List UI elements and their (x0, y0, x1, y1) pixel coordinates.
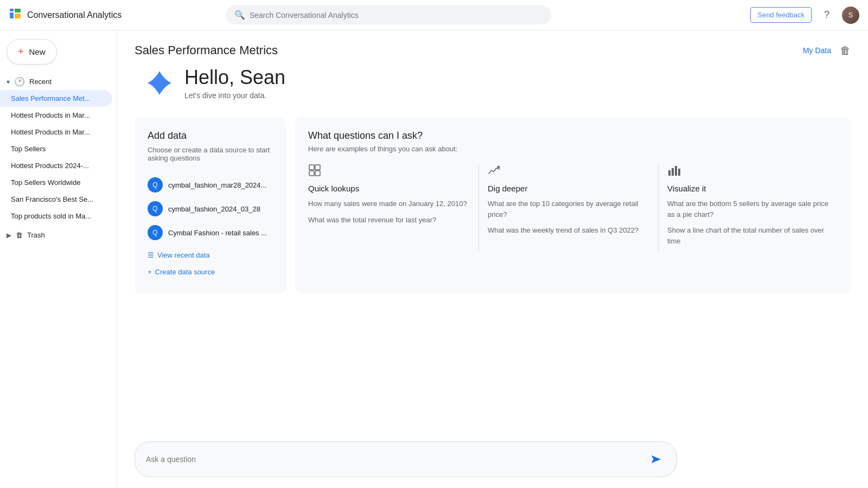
svg-rect-4 (309, 165, 314, 170)
recent-items-list: Sales Performance Met... Hottest Product… (0, 90, 117, 224)
top-navigation: Conversational Analytics 🔍 Send feedback… (0, 0, 868, 30)
trash-label: Trash (27, 231, 45, 239)
dig-deeper-example-1: What are the top 10 categories by averag… (488, 198, 649, 220)
question-column-visualize: Visualize it What are the bottom 5 selle… (658, 164, 838, 252)
greeting-heading: Hello, Sean (184, 66, 285, 89)
data-source-1[interactable]: Q cymbal_fashion_2024_03_28 (148, 197, 273, 221)
header-right: My Data 🗑 (803, 44, 851, 57)
help-button[interactable]: ? (818, 7, 835, 24)
data-source-name-0: cymbal_fashion_mar28_2024... (168, 181, 266, 189)
data-source-name-2: Cymbal Fashion - retail sales ... (168, 229, 267, 237)
svg-rect-7 (315, 171, 320, 176)
greeting-section: Hello, Sean Let's dive into your data. (135, 66, 851, 100)
sidebar-item-5[interactable]: Top Sellers Worldwide (0, 174, 112, 191)
svg-rect-3 (15, 14, 21, 18)
new-button[interactable]: + New (7, 39, 57, 65)
svg-rect-1 (10, 12, 14, 18)
view-recent-data-link[interactable]: ☰ View recent data (148, 247, 273, 264)
search-bar[interactable]: 🔍 (226, 5, 551, 24)
create-source-label: Create data source (155, 268, 215, 276)
user-avatar[interactable]: S (842, 7, 859, 24)
svg-rect-10 (672, 168, 674, 176)
svg-rect-5 (315, 165, 320, 170)
page-title: Sales Performance Metrics (135, 43, 278, 57)
content-header: Sales Performance Metrics My Data 🗑 (117, 30, 868, 66)
help-icon: ? (824, 9, 829, 21)
bottom-input-bar (117, 433, 868, 488)
sidebar-item-4[interactable]: Hottest Products 2024-... (0, 157, 112, 174)
dig-deeper-example-2: What was the weekly trend of sales in Q3… (488, 225, 649, 236)
questions-card: What questions can I ask? Here are examp… (295, 117, 851, 293)
data-source-icon-2: Q (148, 225, 163, 240)
search-icon: 🔍 (234, 10, 245, 20)
data-source-2[interactable]: Q Cymbal Fashion - retail sales ... (148, 221, 273, 245)
content-area: Sales Performance Metrics My Data 🗑 Hell… (117, 30, 868, 488)
greeting-subtitle: Let's dive into your data. (184, 91, 285, 100)
dig-deeper-icon (488, 164, 649, 179)
app-logo-icon (9, 7, 22, 23)
recent-section-label: Recent (29, 78, 52, 86)
recent-chevron-icon: ▾ (7, 78, 10, 86)
avatar-initials: S (848, 11, 853, 19)
app-logo: Conversational Analytics (9, 7, 122, 23)
svg-rect-2 (15, 9, 21, 12)
visualize-icon (667, 164, 829, 179)
sidebar-item-0[interactable]: Sales Performance Met... (0, 90, 112, 107)
app-name: Conversational Analytics (27, 10, 122, 20)
plus-icon: + (18, 46, 24, 57)
add-data-description: Choose or create a data source to start … (148, 146, 273, 162)
create-plus-icon: + (148, 268, 152, 276)
ask-input-wrapper (135, 441, 677, 477)
sidebar-item-2[interactable]: Hottest Products in Mar... (0, 124, 112, 140)
data-source-name-1: cymbal_fashion_2024_03_28 (168, 205, 260, 213)
sidebar-item-7[interactable]: Top products sold in Ma... (0, 208, 112, 224)
add-data-heading: Add data (148, 130, 273, 142)
svg-rect-9 (668, 170, 671, 176)
delete-icon[interactable]: 🗑 (840, 44, 851, 57)
ask-input[interactable] (146, 455, 640, 464)
questions-heading: What questions can I ask? (308, 130, 838, 142)
greeting-text: Hello, Sean Let's dive into your data. (184, 66, 285, 100)
quick-lookups-example-2: What was the total revenue for last year… (308, 215, 470, 226)
send-icon (650, 453, 662, 465)
svg-rect-6 (309, 171, 314, 176)
visualize-title: Visualize it (667, 184, 829, 193)
dig-deeper-title: Dig deeper (488, 184, 649, 193)
data-source-icon-1: Q (148, 201, 163, 216)
content-scroll: Hello, Sean Let's dive into your data. A… (117, 66, 868, 488)
create-data-source-link[interactable]: + Create data source (148, 264, 273, 280)
svg-rect-12 (678, 169, 680, 176)
my-data-link[interactable]: My Data (803, 46, 831, 55)
question-column-quick-lookups: Quick lookups How many sales were made o… (308, 164, 478, 252)
recent-section-header[interactable]: ▾ 🕐 Recent (0, 73, 117, 90)
send-feedback-button[interactable]: Send feedback (750, 7, 812, 23)
question-column-dig-deeper: Dig deeper What are the top 10 categorie… (478, 164, 658, 252)
trash-chevron-icon: ▶ (7, 232, 11, 239)
svg-rect-0 (10, 9, 14, 11)
quick-lookups-icon (308, 164, 470, 179)
svg-rect-11 (675, 166, 677, 176)
view-recent-label: View recent data (157, 251, 210, 259)
quick-lookups-example-1: How many sales were made on January 12, … (308, 198, 470, 209)
visualize-example-2: Show a line chart of the total number of… (667, 225, 829, 246)
data-source-0[interactable]: Q cymbal_fashion_mar28_2024... (148, 173, 273, 197)
search-input[interactable] (250, 11, 542, 20)
nav-right-actions: Send feedback ? S (750, 7, 859, 24)
quick-lookups-title: Quick lookups (308, 184, 470, 193)
send-button[interactable] (646, 450, 666, 469)
questions-description: Here are examples of things you can ask … (308, 145, 838, 153)
sidebar: + New ▾ 🕐 Recent Sales Performance Met..… (0, 30, 117, 488)
visualize-example-1: What are the bottom 5 sellers by average… (667, 198, 829, 220)
sidebar-item-3[interactable]: Top Sellers (0, 140, 112, 157)
add-data-card: Add data Choose or create a data source … (135, 117, 286, 293)
sidebar-item-6[interactable]: San Francisco's Best Se... (0, 191, 112, 208)
main-layout: + New ▾ 🕐 Recent Sales Performance Met..… (0, 30, 868, 488)
questions-columns: Quick lookups How many sales were made o… (308, 164, 838, 252)
gemini-diamond-icon (145, 69, 174, 97)
recent-clock-icon: 🕐 (14, 76, 25, 87)
sidebar-item-1[interactable]: Hottest Products in Mar... (0, 107, 112, 124)
svg-rect-8 (497, 166, 500, 168)
data-source-icon-0: Q (148, 177, 163, 192)
trash-section[interactable]: ▶ 🗑 Trash (0, 227, 117, 243)
new-button-label: New (29, 47, 46, 56)
